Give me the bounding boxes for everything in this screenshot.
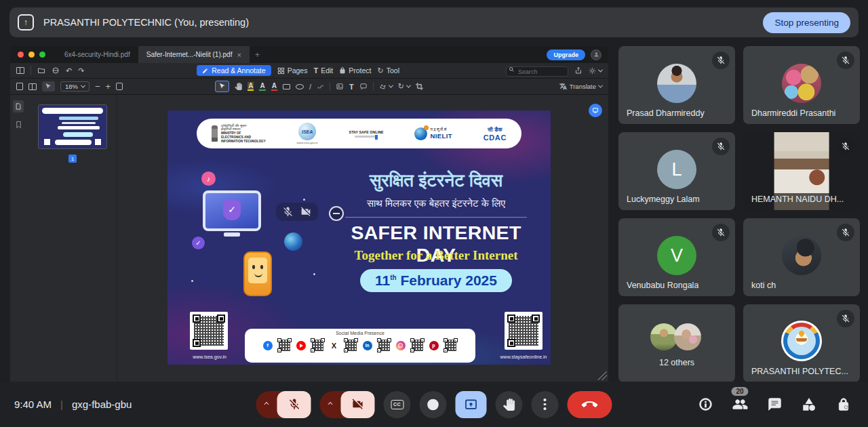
tab-security-hindi-pdf[interactable]: 6x4-security-Hindi.pdf <box>56 46 138 63</box>
pencil-icon <box>202 68 208 74</box>
sidebar-toggle-icon[interactable] <box>16 67 24 74</box>
read-annotate-button[interactable]: Read & Annotate <box>197 65 271 76</box>
participant-name: Venubabu Rongala <box>627 281 698 290</box>
end-call-button[interactable] <box>568 391 612 418</box>
participant-tile[interactable]: L Luckymeggy Lalam <box>618 132 735 210</box>
image-tool-icon[interactable] <box>336 83 344 90</box>
protect-menu[interactable]: Protect <box>339 66 371 75</box>
translate-menu[interactable]: Translate <box>559 83 602 90</box>
present-button[interactable] <box>456 391 487 418</box>
linkedin-icon: in <box>363 341 372 350</box>
thumbnails-panel-icon[interactable] <box>13 100 24 113</box>
qr-code <box>443 338 458 352</box>
share-export-icon[interactable] <box>574 66 583 75</box>
zoom-out-button[interactable]: − <box>95 82 100 91</box>
poster-hindi-title: सुरक्षित इंटरनेट दिवस <box>329 170 543 191</box>
page-thumbnail-icon[interactable] <box>116 83 123 90</box>
close-window-icon[interactable] <box>18 52 24 58</box>
presenting-banner: ↑ PRASANTHI POLYTECHNIC (You, presenting… <box>9 7 859 37</box>
line-tool-icon[interactable]: / <box>309 83 311 91</box>
camera-control-group <box>320 391 375 418</box>
fit-width-button[interactable] <box>42 81 55 92</box>
bookmarks-panel-icon[interactable] <box>15 121 22 129</box>
freehand-tool-icon[interactable] <box>317 83 324 90</box>
floating-translate-button[interactable] <box>589 104 602 117</box>
present-icon: ↑ <box>18 14 34 30</box>
participant-tile[interactable]: Dharmireddi Prasanthi <box>743 46 860 124</box>
tool-menu[interactable]: ↻ Tool <box>378 66 399 75</box>
hand-icon <box>503 399 515 411</box>
facebook-icon: f <box>263 341 273 350</box>
overflow-participants-tile[interactable]: 12 others <box>618 304 735 382</box>
page-thumbnail[interactable] <box>38 104 107 149</box>
overlay-status-icons <box>276 203 318 221</box>
pages-menu[interactable]: Pages <box>277 66 308 75</box>
participant-tile[interactable]: koti ch <box>743 218 860 296</box>
chat-panel-button[interactable] <box>766 396 783 413</box>
lock-badge-icon: ✓ <box>192 237 205 249</box>
participant-tile[interactable]: V Venubabu Rongala <box>618 218 735 296</box>
strikethrough-tool-icon[interactable]: A <box>271 82 277 91</box>
redo-icon[interactable]: ↷ <box>78 67 84 75</box>
more-options-button[interactable] <box>532 391 559 418</box>
edit-menu[interactable]: T Edit <box>313 66 333 75</box>
minimize-window-icon[interactable] <box>28 52 35 58</box>
camera-options-caret[interactable] <box>320 403 341 406</box>
camera-off-button[interactable] <box>341 391 375 418</box>
mic-off-icon <box>837 310 854 327</box>
raise-hand-button[interactable] <box>496 391 523 418</box>
window-resize-handle[interactable] <box>598 371 607 380</box>
undo-icon[interactable]: ↶ <box>66 67 72 75</box>
mic-off-icon <box>712 138 730 155</box>
text-tool-icon[interactable]: T <box>349 83 354 91</box>
select-tool-button[interactable] <box>215 81 229 92</box>
callout-tool-icon[interactable] <box>359 83 368 90</box>
meeting-details-button[interactable] <box>697 396 713 413</box>
captions-button[interactable]: CC <box>384 391 411 418</box>
chat-icon <box>768 397 782 411</box>
rotate-icon: ↻ <box>398 83 404 90</box>
maximize-window-icon[interactable] <box>39 52 45 58</box>
two-page-view-icon[interactable] <box>28 83 37 90</box>
cloud-icon[interactable] <box>52 66 60 75</box>
new-tab-button[interactable]: + <box>255 50 260 60</box>
reactions-button[interactable] <box>420 391 447 418</box>
underline-tool-icon[interactable]: A <box>259 82 265 91</box>
hand-tool-icon[interactable] <box>235 83 242 90</box>
mic-options-caret[interactable] <box>256 403 277 406</box>
upgrade-button[interactable]: Upgrade <box>547 49 585 60</box>
participant-name: koti ch <box>751 281 776 290</box>
people-panel-button[interactable]: 20 <box>732 396 748 413</box>
isea-logo: ISEA www.isea.gov.in <box>297 123 318 144</box>
activities-button[interactable] <box>801 396 817 413</box>
stop-presenting-button[interactable]: Stop presenting <box>763 12 850 33</box>
cam-off-icon <box>351 398 365 411</box>
tab-safer-internet-pdf[interactable]: Safer-Internet...-Nielit (1).pdf × <box>138 46 250 63</box>
rotate-dropdown[interactable]: ↻ <box>398 83 410 90</box>
mic-mute-button[interactable] <box>277 391 311 418</box>
crop-tool-icon[interactable] <box>416 83 423 90</box>
poster-subtitle: Together for a Better Internet <box>329 248 543 263</box>
participant-tile[interactable]: PRASANTHI POLYTEC... <box>743 304 860 382</box>
open-folder-icon[interactable] <box>37 66 45 75</box>
highlight-tool-icon[interactable]: A <box>248 82 254 91</box>
single-page-view-icon[interactable] <box>16 83 23 90</box>
rectangle-tool-icon[interactable] <box>283 84 290 89</box>
participant-tile[interactable]: HEMANTH NAIDU DH... <box>743 132 860 210</box>
participant-tile[interactable]: Prasad Dharmireddy <box>618 46 735 124</box>
account-icon[interactable] <box>591 49 601 60</box>
lock-icon <box>339 67 346 74</box>
cc-icon: CC <box>391 400 403 409</box>
zoom-level-dropdown[interactable]: 18% <box>60 81 90 92</box>
qr-code <box>277 338 292 352</box>
appearance-menu[interactable] <box>589 67 602 75</box>
meity-logo: इलेक्ट्रॉनिकी और सूचना प्रौद्योगिकी मंत्… <box>212 124 266 144</box>
mic-off-icon <box>837 52 854 69</box>
search-input[interactable] <box>506 66 568 77</box>
zoom-in-button[interactable]: + <box>106 82 111 91</box>
ellipse-tool-icon[interactable] <box>296 84 304 89</box>
shapes-dropdown[interactable] <box>379 83 393 90</box>
host-controls-button[interactable] <box>835 396 852 413</box>
close-tab-icon[interactable]: × <box>237 51 241 59</box>
india-emblem-icon <box>212 125 218 142</box>
